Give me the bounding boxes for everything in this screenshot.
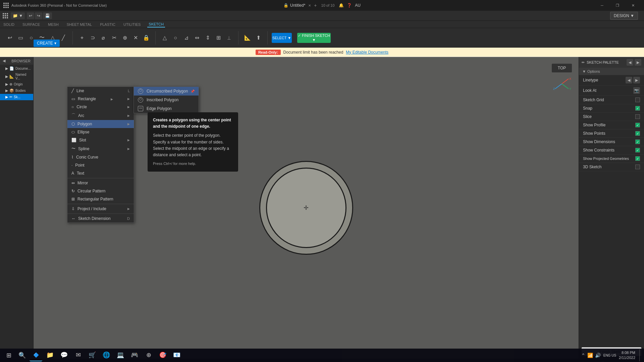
notification-icon[interactable]: 🔔: [339, 3, 344, 8]
toolbar-constraint-1[interactable]: △: [160, 33, 170, 43]
browser-item-sketches[interactable]: ▶ ✏ Sk...: [0, 94, 33, 100]
toolbar-modify-4[interactable]: ✂: [109, 33, 119, 43]
linetype-next-btn[interactable]: ▶: [633, 77, 640, 83]
palette-expand-btn[interactable]: ▶: [635, 59, 641, 66]
menu-item-rectangle[interactable]: ▭Rectangle: [67, 95, 134, 103]
close-doc-icon[interactable]: ✕: [308, 4, 311, 7]
menu-item-mirror[interactable]: ⇔Mirror: [67, 179, 134, 187]
toolbar-inspect[interactable]: 📐: [243, 33, 253, 43]
app-menu-icon[interactable]: [3, 13, 8, 18]
menu-item-project[interactable]: ⇩Project / Include: [67, 205, 134, 213]
toolbar-icon-line[interactable]: ╱: [58, 33, 68, 43]
show-points-checkbox[interactable]: [635, 131, 640, 136]
browser-item-bodies[interactable]: ▶ 📦 Bodies: [0, 87, 33, 94]
taskbar-app-edge[interactable]: 🌐: [100, 349, 113, 361]
taskbar-app-chrome[interactable]: ⊕: [142, 349, 155, 361]
submenu-edge[interactable]: ▭ Edge Polygon: [134, 104, 199, 113]
toolbar-icon-arc[interactable]: ↩: [5, 33, 15, 43]
menu-item-spline[interactable]: 〜Spline: [67, 144, 134, 153]
maximize-button[interactable]: ❐: [610, 0, 625, 11]
taskbar-app-explorer[interactable]: 📁: [44, 349, 56, 361]
browser-item-named-views[interactable]: ▶ 📐 Named V...: [0, 72, 33, 81]
menu-item-text[interactable]: AText: [67, 169, 134, 177]
sketch-grid-checkbox[interactable]: [635, 98, 640, 102]
window-controls[interactable]: ─ ❐ ✕: [594, 0, 641, 11]
toolbar-constraint-7[interactable]: ⟂: [224, 33, 234, 43]
canvas-area[interactable]: ✛ TOP X Y Z ╱Line L ▭Rectangle: [34, 57, 579, 359]
menu-item-arc[interactable]: ⌒Arc: [67, 111, 134, 120]
taskbar-app-game[interactable]: 🎮: [128, 349, 141, 361]
taskbar-app-chat[interactable]: 💬: [58, 349, 70, 361]
redo-button[interactable]: ↪: [35, 12, 42, 19]
browser-item-origin[interactable]: ▶ ⊕ Origin: [0, 81, 33, 87]
show-desktop-btn[interactable]: [639, 349, 641, 361]
toolbar-icon-rect[interactable]: ▭: [15, 33, 25, 43]
taskbar-app-3[interactable]: 🎯: [156, 349, 169, 361]
menu-item-rect-pattern[interactable]: ⊞Rectangular Pattern: [67, 195, 134, 203]
menu-item-circle[interactable]: ○Circle: [67, 103, 134, 111]
design-mode-button[interactable]: DESIGN ▼: [610, 12, 638, 20]
search-button[interactable]: 🔍: [16, 349, 28, 361]
toolbar-constraint-2[interactable]: ○: [170, 33, 180, 43]
menu-item-ellipse[interactable]: ⬭Ellipse: [67, 128, 134, 136]
tab-mesh[interactable]: MESH: [47, 22, 60, 27]
system-clock[interactable]: 8:08 PM 2/11/2022: [619, 350, 635, 361]
tab-solid[interactable]: SOLID: [2, 22, 16, 27]
volume-icon[interactable]: 🔊: [595, 353, 601, 358]
finish-sketch-toolbar-btn[interactable]: ✓ FINISH SKETCH ▼: [297, 33, 331, 43]
save-button[interactable]: 💾: [43, 12, 52, 19]
tab-sheet-metal[interactable]: SHEET METAL: [65, 22, 93, 27]
toolbar-modify-1[interactable]: ⌖: [77, 33, 87, 43]
menu-item-circular-pattern[interactable]: ↻Circular Pattern: [67, 187, 134, 195]
linetype-prev-btn[interactable]: ◀: [626, 77, 632, 83]
toolbar-constraint-5[interactable]: ⇕: [203, 33, 213, 43]
app-grid-icon[interactable]: [3, 3, 9, 8]
submenu-circumscribed[interactable]: ⬡ Circumscribed Polygon 📌: [134, 87, 199, 96]
taskbar-app-files[interactable]: 💻: [114, 349, 127, 361]
toolbar-modify-7[interactable]: 🔒: [141, 33, 151, 43]
3d-sketch-checkbox[interactable]: [635, 165, 640, 169]
toolbar-modify-5[interactable]: ⊕: [120, 33, 130, 43]
network-icon[interactable]: 📶: [587, 353, 593, 358]
toolbar-constraint-4[interactable]: ⇔: [192, 33, 202, 43]
toolbar-select[interactable]: SELECT ▼: [272, 33, 292, 43]
toolbar-constraint-6[interactable]: ⊞: [213, 33, 223, 43]
toolbar-insert[interactable]: ⬆: [253, 33, 263, 43]
show-constraints-checkbox[interactable]: [635, 148, 640, 153]
menu-item-line[interactable]: ╱Line L: [67, 87, 134, 95]
look-at-btn[interactable]: 📷: [633, 87, 640, 94]
help-icon[interactable]: ❓: [347, 3, 352, 8]
start-button[interactable]: ⊞: [3, 349, 15, 361]
minimize-button[interactable]: ─: [594, 0, 610, 11]
tray-chevron[interactable]: ⌃: [581, 353, 585, 358]
palette-collapse-btn[interactable]: ◀: [627, 59, 633, 66]
tab-utilities[interactable]: UTILITIES: [122, 22, 142, 27]
undo-button[interactable]: ↩: [27, 12, 34, 19]
taskbar-app-4[interactable]: 📧: [170, 349, 183, 361]
tab-plastic[interactable]: PLASTIC: [99, 22, 117, 27]
menu-item-polygon[interactable]: ⬡Polygon: [67, 120, 134, 128]
taskbar-app-mail[interactable]: ✉: [72, 349, 85, 361]
toolbar-modify-3[interactable]: ⌀: [98, 33, 108, 43]
toolbar-modify-6[interactable]: ✕: [130, 33, 141, 43]
toolbar-modify-2[interactable]: ⊃: [88, 33, 98, 43]
account-icon[interactable]: AU: [355, 3, 361, 8]
show-dimensions-checkbox[interactable]: [635, 139, 640, 144]
snap-checkbox[interactable]: [635, 106, 640, 111]
menu-item-slot[interactable]: ⬜Slot: [67, 136, 134, 144]
show-profile-checkbox[interactable]: [635, 123, 640, 127]
close-button[interactable]: ✕: [625, 0, 641, 11]
tab-sketch[interactable]: SKETCH: [147, 21, 165, 27]
menu-item-point[interactable]: ·Point: [67, 161, 134, 169]
editable-docs-link[interactable]: My Editable Documents: [346, 50, 388, 55]
slice-checkbox[interactable]: [635, 114, 640, 119]
toolbar-constraint-3[interactable]: ⊿: [181, 33, 191, 43]
menu-item-sketch-dim[interactable]: ↔Sketch Dimension D: [67, 215, 134, 223]
add-doc-icon[interactable]: +: [314, 3, 317, 8]
taskbar-app-store[interactable]: 🛒: [86, 349, 99, 361]
create-menu-button[interactable]: CREATE ▾: [34, 40, 60, 47]
palette-options-header[interactable]: ▼ Options: [579, 68, 644, 75]
tab-surface[interactable]: SURFACE: [21, 22, 41, 27]
submenu-inscribed[interactable]: ⬡ Inscribed Polygon: [134, 96, 199, 104]
file-menu[interactable]: 📁 ▼: [11, 12, 25, 19]
